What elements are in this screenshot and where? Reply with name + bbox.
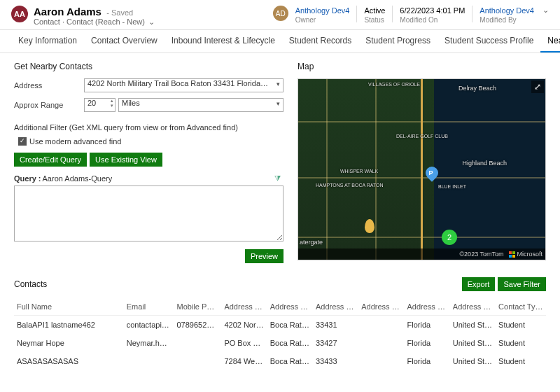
microsoft-logo: Microsoft <box>509 251 542 258</box>
table-cell: ASASASASASAS <box>14 352 124 370</box>
meta-divider <box>392 6 393 22</box>
filter-icon[interactable]: ⧩ <box>274 174 281 183</box>
map-pin-result[interactable] <box>365 219 374 233</box>
column-header[interactable]: Address 1: … <box>267 298 313 316</box>
status-value: Active <box>364 6 385 15</box>
save-filter-button[interactable]: Save Filter <box>498 277 546 291</box>
address-select[interactable]: 4202 North Military Trail Boca Raton 334… <box>84 78 284 92</box>
table-cell <box>174 352 222 370</box>
range-value-input[interactable]: 20 <box>84 98 115 112</box>
table-cell: Florida <box>405 352 450 370</box>
table-cell: PO Box 123 <box>221 334 267 352</box>
modified-value: 6/22/2023 4:01 PM <box>400 6 465 15</box>
owner-avatar: AD <box>273 6 288 21</box>
table-cell: Student <box>496 334 546 352</box>
table-cell: Florida <box>405 334 450 352</box>
preview-button[interactable]: Preview <box>245 249 284 263</box>
table-cell: Neymar Hope <box>14 334 124 352</box>
table-cell: Boca Raton <box>267 352 313 370</box>
table-cell <box>358 352 404 370</box>
record-avatar: AA <box>11 6 28 22</box>
tab-nearby-contacts[interactable]: Nearby Contacts <box>540 30 560 52</box>
table-cell: 33433 <box>313 352 358 370</box>
map-label-atergate: atergate <box>300 239 323 246</box>
column-header[interactable]: Address 1: … <box>221 298 267 316</box>
meta-divider <box>472 6 472 22</box>
column-header[interactable]: Address 1: … <box>450 298 496 316</box>
query-textarea[interactable] <box>14 186 284 241</box>
modified-by-link[interactable]: Anthology Dev4 <box>479 6 534 15</box>
column-header[interactable]: Email <box>124 298 174 316</box>
column-header[interactable]: Address 1: … <box>405 298 450 316</box>
modern-find-label: Use modern advanced find <box>29 137 121 146</box>
record-header: AA Aaron Adams - Saved Contact · Contact… <box>0 0 560 30</box>
map-label-blue: BLUE INLET <box>438 184 466 189</box>
table-row[interactable]: ASASASASASAS7284 West …Boca Raton33433Fl… <box>14 352 546 370</box>
table-cell: BalaAPI1 lastname462 <box>14 316 124 335</box>
query-prefix: Query : <box>14 174 41 183</box>
tab-student-records[interactable]: Student Records <box>282 30 358 52</box>
map-copyright: ©2023 TomTom <box>459 251 503 258</box>
export-button[interactable]: Export <box>462 277 496 291</box>
owner-link[interactable]: Anthology Dev4 <box>295 6 350 15</box>
chevron-down-icon[interactable]: ⌄ <box>542 6 549 15</box>
owner-label: Owner <box>295 15 350 24</box>
table-cell: 4202 Nort… <box>221 316 267 335</box>
section-title-nearby: Get Nearby Contacts <box>14 62 284 71</box>
table-cell: United Stat… <box>450 334 496 352</box>
table-row[interactable]: BalaAPI1 lastname462contactapi…078965218… <box>14 316 546 335</box>
table-cell: contactapi… <box>124 316 174 335</box>
record-subtitle[interactable]: Contact · Contact (Reach - New) ⌄ <box>34 18 273 27</box>
form-tabs: Key InformationContact OverviewInbound I… <box>0 30 560 53</box>
table-cell <box>174 334 222 352</box>
tab-student-success-profile[interactable]: Student Success Profile <box>438 30 540 52</box>
modified-label: Modified On <box>400 15 465 24</box>
modified-by-label: Modified By <box>479 15 534 24</box>
table-cell <box>358 316 404 335</box>
map-label-hamptons: HAMPTONS AT BOCA RATON <box>316 183 384 188</box>
table-cell: United Stat… <box>450 352 496 370</box>
column-header[interactable]: Full Name <box>14 298 124 316</box>
range-label: Approx Range <box>14 101 84 109</box>
table-cell: Neymar.ho… <box>124 334 174 352</box>
map-attribution: ©2023 TomTom Microsoft <box>298 248 545 260</box>
column-header[interactable]: Mobile Ph… <box>174 298 222 316</box>
tab-student-progress[interactable]: Student Progress <box>358 30 438 52</box>
table-cell: 33431 <box>313 316 358 335</box>
map-expand-button[interactable]: ⤢ <box>531 80 544 93</box>
contacts-table: Full NameEmailMobile Ph…Address 1: …Addr… <box>14 298 546 370</box>
map-highway <box>421 79 423 260</box>
map-label-delaire: DEL-AIRE GOLF CLUB <box>396 134 448 139</box>
section-title-map: Map <box>298 62 546 71</box>
tab-contact-overview[interactable]: Contact Overview <box>84 30 164 52</box>
address-label: Address <box>14 81 84 90</box>
tab-inbound-interest-lifecycle[interactable]: Inbound Interest & Lifecycle <box>164 30 282 52</box>
table-cell <box>124 352 174 370</box>
table-cell: Boca Raton <box>267 334 313 352</box>
map-road <box>326 79 328 260</box>
table-cell: 078965218… <box>174 316 222 335</box>
map-label-oriole: VILLAGES OF ORIOLE <box>368 82 420 87</box>
query-name: Aaron Adams-Query <box>43 174 113 183</box>
column-header[interactable]: Address 1: … <box>358 298 404 316</box>
subtitle-text: Contact · Contact (Reach - New) <box>34 18 145 26</box>
table-cell: Florida <box>405 316 450 335</box>
create-edit-query-button[interactable]: Create/Edit Query <box>14 153 87 167</box>
range-unit-select[interactable]: Miles <box>118 98 284 112</box>
tab-key-information[interactable]: Key Information <box>11 30 84 52</box>
map-cluster[interactable]: 2 <box>442 230 457 245</box>
saved-indicator: - Saved <box>106 8 133 17</box>
meta-divider <box>356 6 357 22</box>
microsoft-text: Microsoft <box>517 251 542 258</box>
title-block: Aaron Adams - Saved Contact · Contact (R… <box>34 6 273 27</box>
column-header[interactable]: Contact Ty… <box>496 298 546 316</box>
column-header[interactable]: Address 1: … <box>313 298 358 316</box>
table-row[interactable]: Neymar HopeNeymar.ho…PO Box 123Boca Rato… <box>14 334 546 352</box>
map-viewport[interactable]: Delray Beach Highland Beach VILLAGES OF … <box>298 78 546 260</box>
map-label-highland: Highland Beach <box>462 160 507 167</box>
use-existing-view-button[interactable]: Use Existing View <box>90 153 162 167</box>
status-label: Status <box>364 15 385 24</box>
modern-find-checkbox[interactable] <box>18 137 27 146</box>
table-cell: Student <box>496 316 546 335</box>
map-label-delray: Delray Beach <box>458 85 496 92</box>
